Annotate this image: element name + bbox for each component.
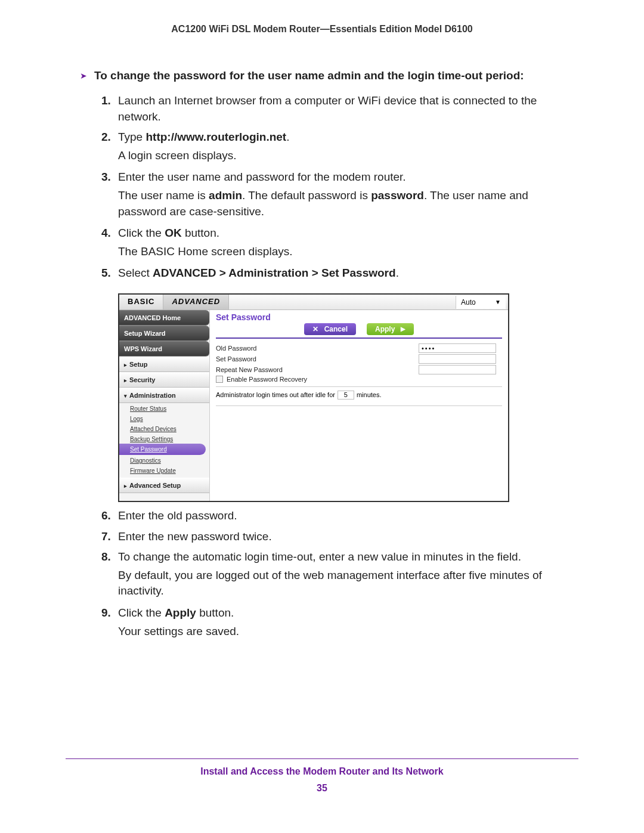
- step-9: 9. Click the Apply button. Your settings…: [101, 605, 555, 639]
- sidebar-wps-wizard[interactable]: WPS Wizard: [119, 341, 209, 357]
- sidebar-security[interactable]: ▸Security: [119, 372, 209, 388]
- sidebar-advanced-home[interactable]: ADVANCED Home: [119, 310, 209, 326]
- old-password-input[interactable]: [419, 343, 496, 353]
- step-1: 1. Launch an Internet browser from a com…: [101, 93, 555, 125]
- sidebar-advanced-setup[interactable]: ▸Advanced Setup: [119, 478, 209, 493]
- sidebar-sub-attached-devices[interactable]: Attached Devices: [119, 423, 209, 433]
- timeout-label-b: minutes.: [357, 391, 382, 398]
- footer-divider: [66, 758, 578, 759]
- old-password-label: Old Password: [216, 345, 419, 352]
- enable-recovery-checkbox[interactable]: [216, 376, 223, 383]
- step-1-text: Launch an Internet browser from a comput…: [118, 94, 537, 123]
- set-password-label: Set Password: [216, 355, 419, 363]
- tab-advanced[interactable]: ADVANCED: [163, 295, 229, 309]
- close-icon: ✕: [312, 325, 318, 333]
- step-3: 3. Enter the user name and password for …: [101, 169, 555, 219]
- sidebar-sub-set-password[interactable]: Set Password: [119, 444, 206, 455]
- sidebar-sub-logs[interactable]: Logs: [119, 413, 209, 423]
- chevron-right-icon: ➤: [80, 71, 87, 80]
- sidebar-sub-diagnostics[interactable]: Diagnostics: [119, 455, 209, 465]
- language-value: Auto: [461, 298, 476, 306]
- lead-heading: To change the password for the user name…: [94, 69, 524, 82]
- step-3-text: Enter the user name and password for the…: [118, 171, 406, 183]
- sidebar-sub-firmware-update[interactable]: Firmware Update: [119, 465, 209, 475]
- step-5: 5. Select ADVANCED > Administration > Se…: [101, 265, 555, 281]
- repeat-password-label: Repeat New Password: [216, 366, 419, 373]
- step-2-text-prefix: Type: [118, 131, 145, 143]
- main-panel: Set Password ✕ Cancel Apply ▶ Old Passwo…: [210, 310, 508, 501]
- sidebar-setup-wizard[interactable]: Setup Wizard: [119, 326, 209, 341]
- set-password-input[interactable]: [419, 354, 496, 364]
- sidebar-sub-backup-settings[interactable]: Backup Settings: [119, 433, 209, 444]
- tab-basic[interactable]: BASIC: [119, 295, 163, 309]
- sidebar-sub-router-status[interactable]: Router Status: [119, 403, 209, 413]
- step-8-note: By default, you are logged out of the we…: [118, 568, 555, 599]
- footer-chapter: Install and Access the Modem Router and …: [66, 766, 578, 777]
- step-2-text-suffix: .: [286, 131, 289, 143]
- enable-recovery-label: Enable Password Recovery: [227, 376, 307, 383]
- footer-page-number: 35: [66, 783, 578, 794]
- language-select[interactable]: Auto ▼: [456, 296, 506, 309]
- timeout-label-a: Administrator login times out after idle…: [216, 391, 335, 398]
- cancel-button[interactable]: ✕ Cancel: [304, 323, 356, 335]
- repeat-password-input[interactable]: [419, 365, 496, 374]
- apply-button[interactable]: Apply ▶: [367, 323, 414, 335]
- sidebar-administration[interactable]: ▾Administration: [119, 388, 209, 403]
- step-8: 8.To change the automatic login time-out…: [101, 549, 555, 599]
- step-3-note: The user name is admin. The default pass…: [118, 188, 555, 219]
- step-2-result: A login screen displays.: [118, 148, 555, 164]
- step-4-result: The BASIC Home screen displays.: [118, 244, 555, 260]
- step-4: 4. Click the OK button. The BASIC Home s…: [101, 225, 555, 259]
- step-2: 2. Type http://www.routerlogin.net. A lo…: [101, 129, 555, 163]
- document-header: AC1200 WiFi DSL Modem Router—Essentials …: [66, 24, 578, 35]
- sidebar-setup[interactable]: ▸Setup: [119, 357, 209, 372]
- step-6: 6.Enter the old password.: [101, 508, 555, 524]
- arrow-right-icon: ▶: [401, 326, 405, 332]
- step-9-result: Your settings are saved.: [118, 624, 555, 640]
- timeout-input[interactable]: [338, 391, 354, 400]
- sidebar: ADVANCED Home Setup Wizard WPS Wizard ▸S…: [119, 310, 210, 501]
- router-ui-screenshot: BASIC ADVANCED Auto ▼ ADVANCED Home Setu…: [118, 293, 509, 502]
- panel-title: Set Password: [216, 312, 502, 322]
- step-7: 7.Enter the new password twice.: [101, 529, 555, 545]
- step-2-url: http://www.routerlogin.net: [145, 131, 286, 143]
- chevron-down-icon: ▼: [495, 299, 501, 305]
